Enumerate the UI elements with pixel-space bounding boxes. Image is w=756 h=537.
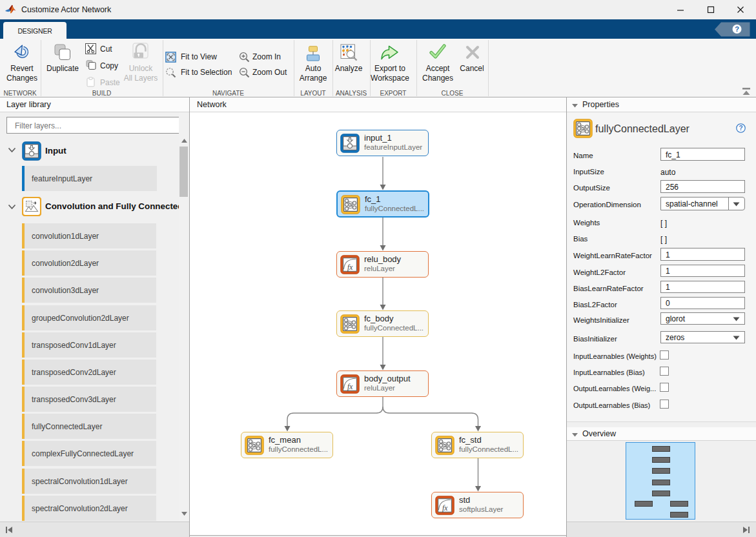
- svg-text:?: ?: [735, 25, 739, 33]
- svg-text:?: ?: [739, 125, 742, 132]
